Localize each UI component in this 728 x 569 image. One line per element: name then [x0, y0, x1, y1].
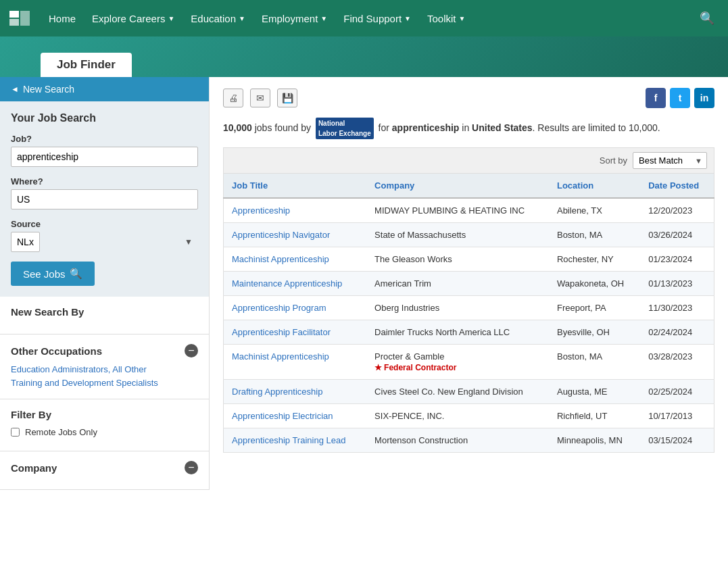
- collapse-company-button[interactable]: −: [185, 461, 198, 474]
- occupation-link-1[interactable]: Education Administrators, All Other: [11, 364, 147, 374]
- nav-find-support[interactable]: Find Support ▼: [337, 9, 418, 28]
- job-title-cell: Apprenticeship Facilitator: [224, 320, 367, 345]
- search-form: Your Job Search Job? Where? Source NLx A…: [0, 101, 209, 297]
- star-icon: ★: [374, 363, 382, 372]
- new-search-bar[interactable]: ◄ New Search: [0, 77, 209, 101]
- source-label: Source: [11, 219, 198, 229]
- location-cell: Minneapolis, MN: [549, 428, 640, 453]
- job-title-cell: Drafting Apprenticeship: [224, 380, 367, 404]
- table-row: Drafting ApprenticeshipCives Steel Co. N…: [224, 380, 714, 404]
- print-icon[interactable]: 🖨: [223, 89, 243, 107]
- company-section: Company −: [0, 451, 209, 490]
- col-company: Company: [366, 174, 549, 199]
- source-select[interactable]: NLx All: [11, 232, 40, 252]
- find-support-dropdown-arrow: ▼: [404, 15, 411, 22]
- job-title-link[interactable]: Machinist Apprenticeship: [232, 254, 329, 264]
- col-location: Location: [549, 174, 640, 199]
- employment-dropdown-arrow: ▼: [320, 15, 327, 22]
- new-search-arrow: ◄: [11, 84, 19, 94]
- job-title-cell: Apprenticeship Program: [224, 296, 367, 320]
- company-name: Oberg Industries: [366, 296, 549, 320]
- table-row: Apprenticeship FacilitatorDaimler Trucks…: [224, 320, 714, 345]
- jobs-list: ApprenticeshipMIDWAY PLUMBING & HEATING …: [224, 198, 714, 453]
- source-select-arrow-icon: ▼: [185, 237, 193, 247]
- toolkit-dropdown-arrow: ▼: [459, 15, 466, 22]
- job-title-link[interactable]: Apprenticeship: [232, 205, 290, 216]
- explore-careers-dropdown-arrow: ▼: [168, 15, 174, 22]
- date-posted-cell: 03/15/2024: [640, 428, 714, 453]
- nav-items: Home Explore Careers ▼ Education ▼ Emplo…: [42, 9, 693, 28]
- nav-toolkit[interactable]: Toolkit ▼: [420, 9, 472, 28]
- search-location: United States: [472, 122, 532, 133]
- job-title-cell: Maintenance Apprenticeship: [224, 272, 367, 296]
- company-name: Mortenson Construction: [366, 428, 549, 453]
- location-cell: Freeport, PA: [549, 296, 640, 320]
- sort-label: Sort by: [600, 155, 627, 166]
- date-posted-cell: 01/23/2024: [640, 247, 714, 272]
- date-posted-cell: 03/28/2023: [640, 345, 714, 380]
- location-cell: Byesville, OH: [549, 320, 640, 345]
- facebook-icon[interactable]: f: [646, 88, 666, 108]
- company-header: Company −: [11, 461, 198, 474]
- nav-home[interactable]: Home: [42, 9, 82, 28]
- twitter-icon[interactable]: t: [670, 88, 690, 108]
- email-icon[interactable]: ✉: [250, 89, 270, 107]
- nav-explore-careers[interactable]: Explore Careers ▼: [85, 9, 181, 28]
- see-jobs-button[interactable]: See Jobs 🔍: [11, 262, 95, 286]
- sort-row: Sort by Best Match Date Posted Job Title…: [223, 147, 714, 173]
- where-label: Where?: [11, 176, 198, 187]
- col-job-title: Job Title: [224, 174, 367, 199]
- job-input[interactable]: [11, 147, 198, 167]
- job-title-link[interactable]: Apprenticeship Facilitator: [232, 327, 331, 337]
- location-cell: Wapakoneta, OH: [549, 272, 640, 296]
- table-row: ApprenticeshipMIDWAY PLUMBING & HEATING …: [224, 198, 714, 223]
- site-logo[interactable]: [7, 5, 32, 31]
- svg-rect-3: [20, 11, 30, 26]
- company-name: The Gleason Works: [366, 247, 549, 272]
- new-search-by-section: New Search By: [0, 297, 209, 335]
- sort-select[interactable]: Best Match Date Posted Job Title Company…: [633, 152, 707, 169]
- other-occupations-header: Other Occupations −: [11, 344, 198, 357]
- job-title-link[interactable]: Apprenticeship Electrician: [232, 411, 333, 421]
- federal-contractor-badge: ★ Federal Contractor: [374, 363, 541, 372]
- table-row: Maintenance ApprenticeshipAmerican TrimW…: [224, 272, 714, 296]
- job-title-link[interactable]: Drafting Apprenticeship: [232, 387, 322, 397]
- job-title-link[interactable]: Apprenticeship Navigator: [232, 230, 330, 240]
- company-name: American Trim: [366, 272, 549, 296]
- company-name: Procter & Gamble: [374, 351, 541, 362]
- linkedin-icon[interactable]: in: [694, 88, 714, 108]
- svg-rect-2: [9, 19, 19, 26]
- nav-employment[interactable]: Employment ▼: [255, 9, 334, 28]
- table-row: Apprenticeship NavigatorState of Massach…: [224, 223, 714, 247]
- occupation-link-2[interactable]: Training and Development Specialists: [11, 378, 158, 388]
- job-title-link[interactable]: Apprenticeship Program: [232, 303, 326, 313]
- where-input[interactable]: [11, 189, 198, 209]
- sidebar: ◄ New Search Your Job Search Job? Where?…: [0, 77, 210, 490]
- date-posted-cell: 11/30/2023: [640, 296, 714, 320]
- job-title-link[interactable]: Machinist Apprenticeship: [232, 351, 329, 362]
- job-title-link[interactable]: Apprenticeship Training Lead: [232, 435, 345, 445]
- date-posted-cell: 02/25/2024: [640, 380, 714, 404]
- education-dropdown-arrow: ▼: [239, 15, 245, 22]
- job-title-cell: Apprenticeship Electrician: [224, 404, 367, 428]
- social-icons-group: f t in: [646, 88, 714, 108]
- collapse-other-occupations-button[interactable]: −: [185, 344, 198, 357]
- save-icon[interactable]: 💾: [277, 89, 297, 107]
- location-cell: Richfield, UT: [549, 404, 640, 428]
- location-cell: Abilene, TX: [549, 198, 640, 223]
- global-search-icon[interactable]: 🔍: [693, 7, 721, 30]
- hero-banner: Job Finder: [0, 36, 728, 77]
- nav-education[interactable]: Education ▼: [184, 9, 252, 28]
- other-occupations-label: Other Occupations: [11, 345, 102, 357]
- filter-by-label: Filter By: [11, 409, 198, 420]
- table-header: Job Title Company Location Date Posted: [224, 174, 714, 199]
- form-title: Your Job Search: [11, 112, 198, 124]
- main-layout: ◄ New Search Your Job Search Job? Where?…: [0, 77, 728, 490]
- job-title-link[interactable]: Maintenance Apprenticeship: [232, 278, 342, 289]
- job-title-cell: Machinist Apprenticeship: [224, 247, 367, 272]
- table-row: Apprenticeship ProgramOberg IndustriesFr…: [224, 296, 714, 320]
- results-summary: 10,000 jobs found by NationalLabor Excha…: [223, 118, 714, 139]
- svg-rect-1: [9, 11, 19, 18]
- location-cell: Boston, MA: [549, 345, 640, 380]
- remote-jobs-checkbox[interactable]: [11, 428, 20, 437]
